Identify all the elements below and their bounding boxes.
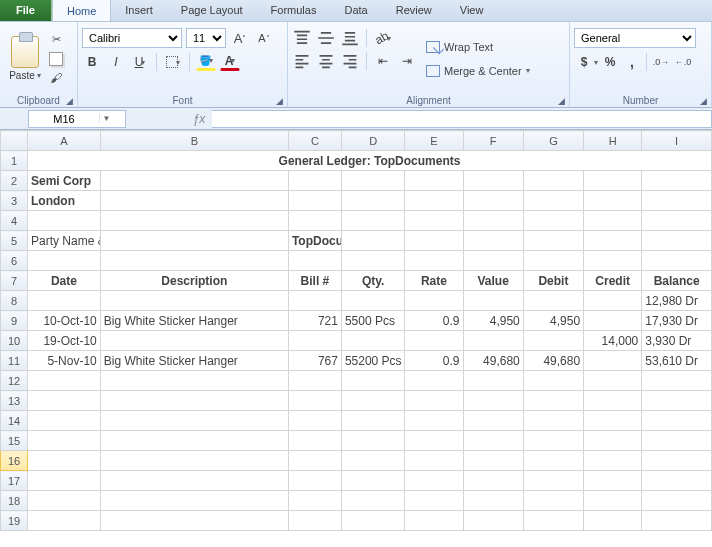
tab-insert[interactable]: Insert (111, 0, 167, 21)
cell-C14[interactable] (288, 411, 341, 431)
cell-A9[interactable]: 10-Oct-10 (28, 311, 101, 331)
cell-H19[interactable] (584, 511, 642, 531)
cell-B14[interactable] (100, 411, 288, 431)
align-right-button[interactable] (340, 51, 360, 71)
grow-font-button[interactable]: A˄ (230, 28, 250, 48)
cell-E4[interactable] (405, 211, 463, 231)
cell-F8[interactable] (463, 291, 523, 311)
name-box-dropdown[interactable]: ▼ (99, 114, 113, 123)
cell-A10[interactable]: 19-Oct-10 (28, 331, 101, 351)
cell-G16[interactable] (523, 451, 583, 471)
cell-G17[interactable] (523, 471, 583, 491)
cell-I10[interactable]: 3,930 Dr (642, 331, 712, 351)
align-center-button[interactable] (316, 51, 336, 71)
cell-H18[interactable] (584, 491, 642, 511)
cell-B6[interactable] (100, 251, 288, 271)
cell-H17[interactable] (584, 471, 642, 491)
cell-E2[interactable] (405, 171, 463, 191)
cell-E7[interactable]: Rate (405, 271, 463, 291)
tab-data[interactable]: Data (330, 0, 381, 21)
tab-review[interactable]: Review (382, 0, 446, 21)
accounting-format-button[interactable] (574, 52, 594, 72)
cell-B15[interactable] (100, 431, 288, 451)
cell-A12[interactable] (28, 371, 101, 391)
name-box-input[interactable] (29, 113, 99, 125)
cell-H6[interactable] (584, 251, 642, 271)
cell-I19[interactable] (642, 511, 712, 531)
cell-I13[interactable] (642, 391, 712, 411)
select-all-corner[interactable] (1, 131, 28, 151)
cell-A2[interactable]: Semi Corp (28, 171, 101, 191)
row-header-7[interactable]: 7 (1, 271, 28, 291)
cell-B11[interactable]: Big White Sticker Hanger (100, 351, 288, 371)
cut-button[interactable] (48, 32, 64, 48)
align-top-button[interactable] (292, 28, 312, 48)
cell-C4[interactable] (288, 211, 341, 231)
cell-E18[interactable] (405, 491, 463, 511)
cell-I18[interactable] (642, 491, 712, 511)
row-header-5[interactable]: 5 (1, 231, 28, 251)
cell-H4[interactable] (584, 211, 642, 231)
row-header-13[interactable]: 13 (1, 391, 28, 411)
cell-A5[interactable]: Party Name & Address: (28, 231, 101, 251)
cell-C10[interactable] (288, 331, 341, 351)
tab-page-layout[interactable]: Page Layout (167, 0, 257, 21)
cell-B18[interactable] (100, 491, 288, 511)
cell-E10[interactable] (405, 331, 463, 351)
grid[interactable]: A B C D E F G H I 1General Ledger: TopDo… (0, 130, 712, 531)
cell-G18[interactable] (523, 491, 583, 511)
row-header-11[interactable]: 11 (1, 351, 28, 371)
cell-G9[interactable]: 4,950 (523, 311, 583, 331)
cell-A4[interactable] (28, 211, 101, 231)
cell-B16[interactable] (100, 451, 288, 471)
increase-decimal-button[interactable] (651, 52, 671, 72)
decrease-decimal-button[interactable] (673, 52, 693, 72)
cell-F7[interactable]: Value (463, 271, 523, 291)
cell-F18[interactable] (463, 491, 523, 511)
cell-B12[interactable] (100, 371, 288, 391)
cell-H13[interactable] (584, 391, 642, 411)
cell-C16[interactable] (288, 451, 341, 471)
font-family-select[interactable]: Calibri (82, 28, 182, 48)
font-color-button[interactable]: A▾ (220, 53, 240, 71)
cell-C9[interactable]: 721 (288, 311, 341, 331)
cell-F4[interactable] (463, 211, 523, 231)
cell-E19[interactable] (405, 511, 463, 531)
col-header-C[interactable]: C (288, 131, 341, 151)
cell-A13[interactable] (28, 391, 101, 411)
cell-E6[interactable] (405, 251, 463, 271)
cell-E11[interactable]: 0.9 (405, 351, 463, 371)
cell-H11[interactable] (584, 351, 642, 371)
cell-F16[interactable] (463, 451, 523, 471)
cell-F19[interactable] (463, 511, 523, 531)
cell-D2[interactable] (341, 171, 404, 191)
cell-D18[interactable] (341, 491, 404, 511)
cell-I15[interactable] (642, 431, 712, 451)
cell-G14[interactable] (523, 411, 583, 431)
tab-view[interactable]: View (446, 0, 498, 21)
col-header-B[interactable]: B (100, 131, 288, 151)
paste-button[interactable]: Paste▾ (4, 24, 46, 93)
increase-indent-button[interactable] (397, 51, 417, 71)
cell-C3[interactable] (288, 191, 341, 211)
cell-C8[interactable] (288, 291, 341, 311)
cell-E3[interactable] (405, 191, 463, 211)
font-size-select[interactable]: 11 (186, 28, 226, 48)
name-box[interactable]: ▼ (28, 110, 126, 128)
cell-G6[interactable] (523, 251, 583, 271)
cell-B4[interactable] (100, 211, 288, 231)
cell-C7[interactable]: Bill # (288, 271, 341, 291)
merge-center-button[interactable]: Merge & Center▾ (421, 60, 535, 82)
cell-B7[interactable]: Description (100, 271, 288, 291)
cell-D19[interactable] (341, 511, 404, 531)
cell-F14[interactable] (463, 411, 523, 431)
number-format-select[interactable]: General (574, 28, 696, 48)
cell-D12[interactable] (341, 371, 404, 391)
cell-H3[interactable] (584, 191, 642, 211)
cell-I2[interactable] (642, 171, 712, 191)
cell-D9[interactable]: 5500 Pcs (341, 311, 404, 331)
col-header-F[interactable]: F (463, 131, 523, 151)
file-tab[interactable]: File (0, 0, 52, 21)
cell-G7[interactable]: Debit (523, 271, 583, 291)
cell-A14[interactable] (28, 411, 101, 431)
